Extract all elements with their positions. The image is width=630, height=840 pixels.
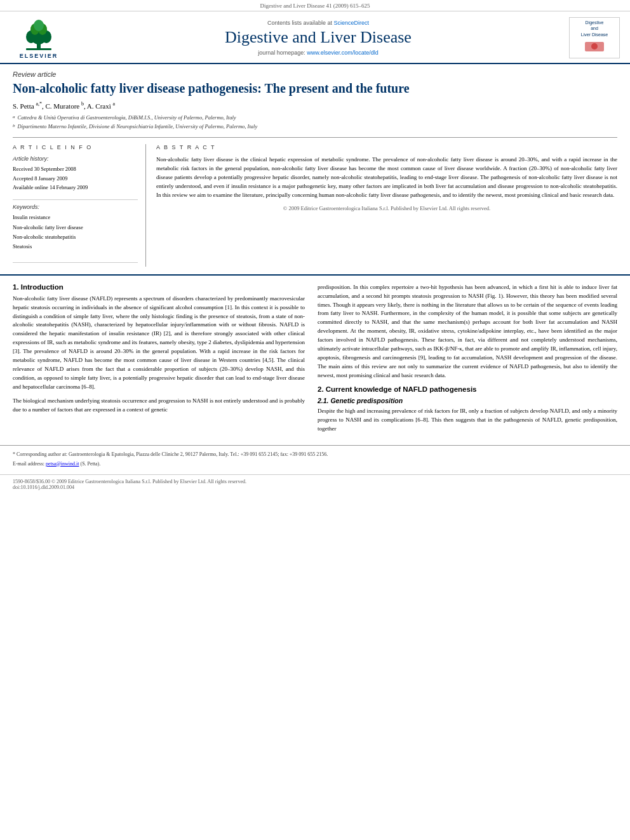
section2-1-para: Despite the high and increasing prevalen… (318, 407, 617, 434)
section1-para1: Non-alcoholic fatty liver disease (NAFLD… (13, 295, 305, 392)
abstract-copyright: © 2009 Editrice Gastroenterologica Itali… (156, 205, 617, 211)
keywords-list: Insulin resistance Non-alcoholic fatty l… (13, 213, 138, 251)
section1-para2: The biological mechanism underlying stea… (13, 397, 305, 415)
contents-line: Contents lists available at ScienceDirec… (67, 20, 569, 26)
body-right-column: predisposition. In this complex repertoi… (318, 283, 617, 439)
abstract-heading: A B S T R A C T (156, 144, 617, 150)
journal-title-center: Contents lists available at ScienceDirec… (67, 20, 569, 56)
journal-header: ELSEVIER Contents lists available at Sci… (0, 11, 630, 64)
article-dates: Received 30 September 2008 Accepted 8 Ja… (13, 164, 138, 192)
footer-notes: * Corresponding author at: Gastroenterol… (0, 445, 630, 469)
elsevier-logo: ELSEVIER (10, 17, 67, 59)
section1-title: 1. Introduction (13, 283, 305, 291)
journal-name: Digestive and Liver Disease (67, 29, 569, 47)
svg-point-6 (34, 20, 44, 31)
elsevier-tree-icon (20, 17, 58, 51)
doi-line: doi:10.1016/j.dld.2009.01.004 (13, 484, 617, 490)
article-info-heading: A R T I C L E I N F O (13, 144, 138, 150)
section2-title: 2. Current knowledge of NAFLD pathogenes… (318, 385, 617, 393)
keywords-label: Keywords: (13, 204, 138, 210)
body-left-column: 1. Introduction Non-alcoholic fatty live… (13, 283, 305, 439)
top-bar: Digestive and Liver Disease 41 (2009) 61… (0, 0, 630, 11)
authors-line: S. Petta a,*, C. Muratore b, A. Craxì a (13, 101, 617, 110)
footnote-star: * Corresponding author at: Gastroenterol… (13, 451, 617, 459)
article-type-label: Review article (13, 70, 617, 78)
abstract-text: Non-alcoholic fatty liver disease is the… (156, 156, 617, 200)
section2-1-title: 2.1. Genetic predisposition (318, 397, 617, 404)
page-container: Digestive and Liver Disease 41 (2009) 61… (0, 0, 630, 494)
affiliation-a: aCattedra & Unità Operativa di Gastroent… (13, 114, 617, 122)
article-history-label: Article history: (13, 156, 138, 162)
body-two-col: 1. Introduction Non-alcoholic fatty live… (13, 283, 617, 439)
homepage-link[interactable]: www.elsevier.com/locate/dld (307, 50, 379, 56)
abstract-column: A B S T R A C T Non-alcoholic fatty live… (156, 144, 617, 267)
article-info-column: A R T I C L E I N F O Article history: R… (13, 144, 146, 267)
svg-rect-7 (26, 48, 51, 50)
svg-point-9 (591, 43, 598, 50)
affiliation-b: bDipartimento Materno Infantile, Divisio… (13, 123, 617, 131)
body-section: 1. Introduction Non-alcoholic fatty live… (0, 274, 630, 439)
email-link[interactable]: petsa@inwind.it (46, 461, 79, 467)
journal-logo-right: Digestive and Liver Disease (569, 17, 620, 58)
affiliations: aCattedra & Unità Operativa di Gastroent… (13, 114, 617, 131)
sciencedirect-link[interactable]: ScienceDirect (334, 20, 370, 26)
issn-line: 1590-8658/$36.00 © 2009 Editrice Gastroe… (13, 479, 617, 484)
footnote-email: E-mail address: petsa@inwind.it (S. Pett… (13, 460, 617, 469)
elsevier-label: ELSEVIER (20, 53, 58, 59)
article-info-abstract-section: A R T I C L E I N F O Article history: R… (13, 137, 617, 267)
homepage-line: journal homepage: www.elsevier.com/locat… (67, 50, 569, 56)
section1-right-para1: predisposition. In this complex repertoi… (318, 283, 617, 380)
journal-issue-info: Digestive and Liver Disease 41 (2009) 61… (260, 3, 370, 9)
bottom-bar: 1590-8658/$36.00 © 2009 Editrice Gastroe… (0, 474, 630, 494)
article-section: Review article Non-alcoholic fatty liver… (0, 64, 630, 267)
article-title: Non-alcoholic fatty liver disease pathog… (13, 81, 617, 96)
